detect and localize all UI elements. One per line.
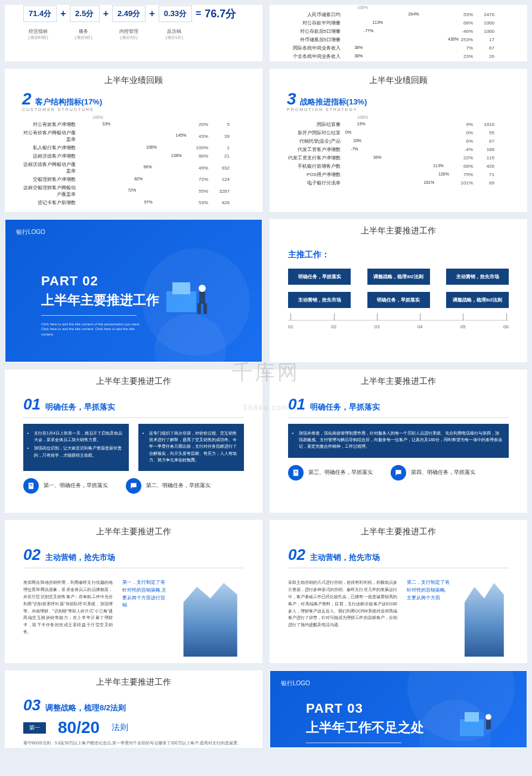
chart-row: 新开户国际对公结算 0% 0%55 (287, 130, 510, 136)
chart-row: 对公有价客户网银动户覆盖率 145% 43%39 (22, 130, 245, 143)
part-number: PART 02 (41, 273, 159, 289)
content-box: 支行在1月4日上班第一天，就召开了启动及动员大会，要求全体员工加大销售力度。加强… (23, 424, 129, 471)
chart-row: 手机银行新增客户数 113% 68%426 (287, 163, 510, 170)
chart-row: 个金条线中间业务收入 38% 23%26 (287, 53, 510, 60)
building-icon (460, 579, 509, 657)
icon-item: 第一、明确任务，早抓落实 (23, 478, 108, 494)
slide-customer-structure: 上半年业绩回顾 2客户结构指标(17%) CUSTOMER STRUCTURE … (5, 69, 262, 212)
chart-row: 贷记卡客户新增数 97% 53%428 (22, 199, 245, 206)
part-title: 上半年主要推进工作 (41, 291, 159, 309)
slide-title: 上半年业绩回顾 (5, 69, 262, 90)
doc-icon (288, 465, 304, 481)
chart-row: 对公存款后5日增量 -77% -46%1000 (287, 28, 510, 35)
chart-row: 代销托管(基金)产品 10% 6%67 (287, 138, 510, 144)
worker-illustration (455, 695, 503, 748)
chat-icon (126, 478, 141, 494)
chart-row: 外币储蓄后5日增量 430% 253%17 (287, 36, 510, 43)
total-score: 76.7分 (205, 7, 236, 21)
chart-row: POS用户净增数 120% 75%71 (287, 171, 510, 178)
svg-rect-5 (203, 303, 207, 314)
svg-rect-7 (30, 484, 33, 485)
slide-task-02b: 上半年主要推进工作 02主动营销，抢先市场 采取主动营销的方式进行营销，抢抓有利… (270, 520, 527, 663)
slide-task-03: 上半年主要推进工作 03调整战略，梳理8/2法则 第一 80/20 法则 遵守8… (5, 670, 262, 748)
chart-row: 电子银行分流率 101% 101%69 (287, 180, 510, 186)
chart-row: 达标交银理财客户网银动户覆盖率 72% 55%3287 (22, 184, 245, 198)
slide-chart-partial: 100%人民币储蓄日均 264% 53%2470对公存款平均增量 113% 68… (270, 5, 527, 61)
slide-part03: 银行LOGO PART 03 上半年工作不足之处 Click here to a… (270, 670, 527, 748)
chart-row: 交银理财客户净增数 82% 72%124 (22, 176, 245, 183)
slide-scores: 71.4分 + 2.5分 + 2.49分 + 0.33分 = 76.7分 经营指… (5, 5, 262, 61)
building-icon (177, 579, 244, 657)
body-text: 发挥网点阵地营销作用，利用春晖支行优越的地理位置和网点形象，要求全体员工的品牌效… (23, 579, 113, 657)
rule-tag: 第一 (23, 722, 46, 734)
svg-rect-12 (460, 719, 484, 736)
chart-row: 达标沃德客户网银动户覆盖率 96% 49%932 (22, 161, 245, 174)
doc-icon (23, 478, 39, 494)
rule-8020: 80/20 (58, 718, 100, 737)
svg-rect-0 (166, 291, 196, 312)
icon-item: 第二、明确任务，早抓落实 (126, 478, 211, 494)
timeline-box: 主动营销，抢先市场 (446, 269, 509, 285)
timeline-box: 明确任务，早抓落实 (367, 292, 430, 308)
svg-rect-11 (295, 472, 298, 473)
icon-item: 第三、明确任务，早抓落实 (288, 465, 373, 481)
bank-logo: 银行LOGO (16, 228, 45, 236)
timeline-box: 调整战略，梳理8/2法则 (367, 269, 430, 285)
chart-row: 国际条线中间业务收入 38% 7%67 (287, 45, 510, 51)
svg-point-2 (199, 285, 206, 292)
chart-row: 私人银行客户净增数 100% 100%1 (22, 144, 245, 151)
chart-row: 对公有效客户净增数 33% 20%5 (22, 121, 245, 128)
timeline-heading: 主推工作： (288, 250, 509, 260)
worker-illustration (160, 267, 220, 321)
slide-part02: 银行LOGO PART 02 上半年主要推进工作 Click here to a… (5, 219, 262, 362)
svg-rect-10 (295, 471, 298, 472)
chat-icon (391, 465, 406, 481)
timeline-box: 主动营销，抢先市场 (288, 292, 351, 308)
svg-point-14 (485, 714, 491, 720)
chart-row: 国际结算量 15% 9%1810 (287, 121, 510, 128)
timeline-box: 明确任务，早抓落实 (288, 269, 351, 285)
chart-row: 代发工资客户净增数 -7% -4%188 (287, 146, 510, 153)
svg-rect-8 (30, 485, 33, 486)
plus-icon: + (60, 8, 66, 19)
chart-row: 人民币储蓄日均 264% 53%2470 (287, 11, 510, 18)
slide-task-02a: 上半年主要推进工作 02主动营销，抢先市场 发挥网点阵地营销作用，利用春晖支行优… (5, 520, 262, 663)
chart-row: 对公存款平均增量 113% 68%1000 (287, 20, 510, 26)
icon-item: 第四、明确任务，早抓落实 (391, 465, 475, 481)
chart-row: 代发工资支行客户净增数 36% 22%115 (287, 155, 510, 161)
slide-task-01a: 上半年主要推进工作 01明确任务，早抓落实 支行在1月4日上班第一天，就召开了启… (5, 369, 262, 513)
slide-promotion-strategy: 上半年业绩回顾 3战略推进指标(13%) PROMOTION STRATEGY … (270, 69, 527, 212)
slide-task-01b: 上半年主要推进工作 01明确任务，早抓落实 加强并推老，强化两级管理制度作用，针… (270, 369, 527, 513)
svg-rect-4 (197, 303, 201, 314)
svg-rect-1 (172, 282, 190, 294)
slide-grid: 71.4分 + 2.5分 + 2.49分 + 0.33分 = 76.7分 经营指… (5, 5, 527, 748)
chart-row: 达标沃德客户净增数 138% 86%21 (22, 153, 245, 159)
slide-timeline: 上半年主要推进工作 主推工作： 明确任务，早抓落实调整战略，梳理8/2法则主动营… (270, 219, 527, 362)
svg-rect-13 (465, 712, 479, 722)
svg-rect-3 (199, 292, 205, 304)
score-box: 71.4分 (23, 5, 57, 22)
svg-rect-15 (486, 720, 491, 729)
timeline-box: 调整战略，梳理8/2法则 (446, 292, 509, 308)
